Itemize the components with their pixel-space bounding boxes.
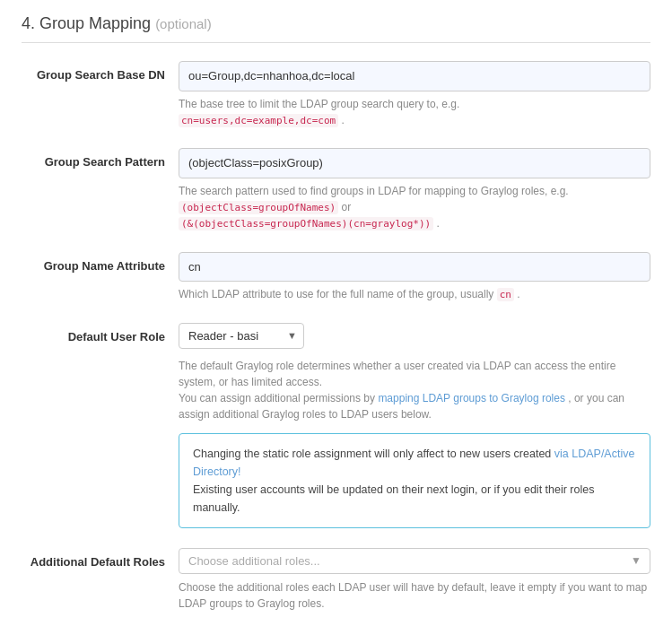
- section-name: Group Mapping: [39, 14, 151, 32]
- group-name-attribute-group: Group Name Attribute Which LDAP attribut…: [22, 252, 650, 303]
- group-search-base-dn-group: Group Search Base DN The base tree to li…: [22, 61, 650, 128]
- default-user-role-help: The default Graylog role determines whet…: [179, 358, 650, 422]
- role-info-box: Changing the static role assignment will…: [179, 433, 650, 528]
- group-name-attribute-label: Group Name Attribute: [22, 252, 179, 274]
- default-user-role-label: Default User Role: [22, 323, 179, 345]
- group-search-pattern-help: The search pattern used to find groups i…: [179, 183, 650, 232]
- additional-default-roles-wrap: Choose additional roles... ▼ Choose the …: [179, 548, 650, 612]
- group-search-pattern-wrap: The search pattern used to find groups i…: [179, 148, 650, 232]
- group-search-pattern-label: Group Search Pattern: [22, 148, 179, 170]
- section-number: 4.: [22, 14, 35, 32]
- group-name-attribute-wrap: Which LDAP attribute to use for the full…: [179, 252, 650, 303]
- group-name-attribute-input[interactable]: [179, 252, 650, 283]
- section-title: 4. Group Mapping (optional): [22, 14, 650, 43]
- group-search-pattern-example2: (&(objectClass=groupOfNames)(cn=graylog*…: [179, 217, 433, 230]
- default-user-role-group: Default User Role Reader - basi ▼ The de…: [22, 323, 650, 528]
- mapping-ldap-groups-link[interactable]: mapping LDAP groups to Graylog roles: [378, 392, 565, 404]
- default-user-role-wrap: Reader - basi ▼ The default Graylog role…: [179, 323, 650, 528]
- group-search-pattern-group: Group Search Pattern The search pattern …: [22, 148, 650, 232]
- group-search-pattern-input[interactable]: [179, 148, 650, 178]
- additional-default-roles-help: Choose the additional roles each LDAP us…: [179, 579, 650, 612]
- additional-roles-select[interactable]: Choose additional roles...: [179, 548, 650, 574]
- group-search-base-dn-input[interactable]: [179, 61, 650, 91]
- default-user-role-select[interactable]: Reader - basi: [179, 323, 304, 349]
- page-container: 4. Group Mapping (optional) Group Search…: [0, 0, 672, 626]
- additional-default-roles-label: Additional Default Roles: [22, 548, 179, 570]
- section-optional: (optional): [155, 16, 212, 31]
- additional-roles-select-wrap: Choose additional roles... ▼: [179, 548, 650, 574]
- group-name-attribute-help: Which LDAP attribute to use for the full…: [179, 286, 650, 303]
- additional-default-roles-group: Additional Default Roles Choose addition…: [22, 548, 650, 612]
- group-search-base-dn-example: cn=users,dc=example,dc=com: [179, 114, 338, 127]
- group-search-base-dn-help: The base tree to limit the LDAP group se…: [179, 96, 650, 129]
- group-search-base-dn-wrap: The base tree to limit the LDAP group se…: [179, 61, 650, 128]
- group-search-base-dn-label: Group Search Base DN: [22, 61, 179, 83]
- default-user-role-select-wrap: Reader - basi ▼: [179, 323, 304, 349]
- group-name-attribute-example: cn: [497, 288, 514, 301]
- group-search-pattern-example1: (objectClass=groupOfNames): [179, 201, 338, 214]
